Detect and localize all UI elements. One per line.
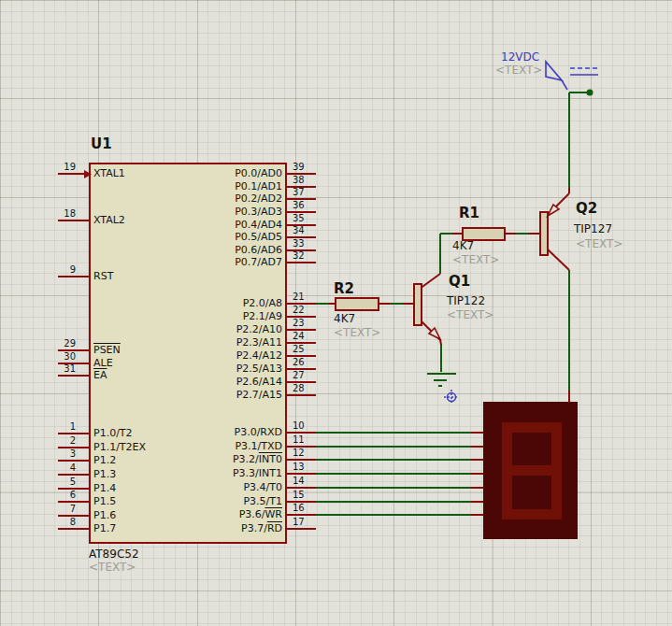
pin-29-number: 29: [64, 338, 76, 349]
pin-22-label: P2.1/A9: [243, 311, 282, 322]
pin-21-label: P2.0/A8: [243, 298, 282, 309]
pin-19-number: 19: [64, 162, 76, 172]
overline-text: RD: [267, 522, 282, 534]
pin-23-number: 23: [293, 318, 305, 328]
pin-9-label: RST: [93, 271, 113, 282]
pin-28[interactable]: [287, 394, 316, 396]
pin-24-number: 24: [293, 331, 305, 341]
q1-emitter-pin-elbow[interactable]: [440, 340, 441, 345]
pin-14[interactable]: [287, 487, 316, 489]
pin-12[interactable]: [287, 459, 316, 461]
q1-refdes: Q1: [449, 274, 470, 289]
pin-16[interactable]: [287, 514, 316, 516]
r2-value: 4K7: [334, 313, 355, 325]
pin-11-number: 11: [293, 434, 305, 445]
pin-9[interactable]: [58, 276, 89, 277]
pin-6[interactable]: [58, 501, 89, 503]
pin-30-number: 30: [64, 351, 76, 362]
pin-16-label: P3.6/WR: [239, 509, 282, 520]
q1-collector-pin[interactable]: [420, 274, 440, 289]
q2-value: TIP127: [574, 223, 612, 235]
pin-38-number: 38: [293, 175, 305, 185]
u1-placeholder: <TEXT>: [89, 562, 136, 574]
junction-dot[interactable]: [587, 90, 593, 96]
pin-25-number: 25: [293, 344, 305, 354]
pin-17[interactable]: [287, 528, 316, 530]
pin-2-label: P1.1/T2EX: [93, 442, 146, 453]
q2-emitter-pin-b[interactable]: [556, 193, 569, 206]
pin-36-label: P0.3/AD3: [235, 206, 282, 218]
pin-10[interactable]: [287, 432, 316, 434]
pin-16-number: 16: [293, 503, 305, 513]
pin-6-number: 6: [70, 490, 76, 500]
pin-19[interactable]: [58, 173, 89, 175]
r1-value: 4K7: [452, 240, 474, 252]
pin-32[interactable]: [287, 262, 316, 263]
pin-21-number: 21: [293, 292, 305, 302]
pin-31-label: EA: [93, 370, 107, 381]
overline-text: EA: [93, 369, 107, 381]
pin-5-label: P1.4: [93, 483, 116, 494]
pin-25-label: P2.4/A12: [236, 350, 282, 362]
q1-placeholder: <TEXT>: [447, 309, 493, 321]
pin-17-label: P3.7/RD: [241, 523, 282, 534]
pin-31-number: 31: [64, 363, 76, 374]
pin-15-label: P3.5/T1: [243, 496, 282, 507]
pin-32-number: 32: [293, 250, 305, 261]
pin-12-number: 12: [293, 448, 305, 458]
pin-18-number: 18: [64, 208, 76, 219]
overline-text: WR: [265, 508, 282, 520]
pin-11-label: P3.1/TXD: [235, 441, 282, 452]
r1-placeholder: <TEXT>: [452, 254, 499, 266]
dc-power-terminal-lead[interactable]: [562, 80, 567, 90]
q2-collector-pin[interactable]: [547, 249, 569, 270]
pin-2-number: 2: [70, 435, 76, 446]
r2-placeholder: <TEXT>: [334, 327, 380, 339]
pin-3[interactable]: [58, 460, 89, 462]
dc-power-terminal-icon[interactable]: [546, 62, 562, 80]
pin-12-label: P3.2/INT0: [233, 454, 282, 465]
pin-8-label: P1.7: [93, 523, 116, 534]
overline-text: PSEN: [93, 344, 121, 356]
overline-text: INT0: [259, 453, 282, 465]
pin-4-number: 4: [70, 462, 76, 473]
q2-refdes: Q2: [576, 201, 597, 216]
pin-7-label: P1.6: [93, 510, 116, 521]
pin-15-number: 15: [293, 490, 305, 500]
q1-value: TIP122: [447, 295, 485, 307]
r1-refdes: R1: [459, 206, 479, 221]
pin-37-label: P0.2/AD2: [235, 193, 282, 205]
pin-37-number: 37: [293, 187, 305, 197]
pin-27-number: 27: [293, 370, 305, 380]
pin-1-number: 1: [70, 421, 76, 432]
pin-19-label: XTAL1: [93, 168, 125, 179]
pin-34-number: 34: [293, 225, 305, 235]
power-net-label: 12VDC: [501, 51, 539, 64]
pin-10-label: P3.0/RXD: [235, 427, 282, 438]
pin-34-label: P0.5/AD5: [235, 232, 282, 243]
transistor-q2-base-bar[interactable]: [540, 212, 548, 255]
pin-18-label: XTAL2: [93, 215, 125, 226]
resistor-r2-body[interactable]: [336, 298, 379, 310]
pin-3-label: P1.2: [93, 455, 116, 466]
pin-38-label: P0.1/AD1: [235, 181, 282, 192]
pin-26-label: P2.5/A13: [236, 363, 282, 375]
pin-31[interactable]: [58, 375, 89, 377]
u1-refdes: U1: [91, 136, 112, 151]
pin-13[interactable]: [287, 473, 316, 475]
pin-30-label: ALE: [93, 358, 113, 369]
pin-13-label: P3.3/INT1: [233, 468, 282, 479]
pin-1[interactable]: [58, 433, 89, 434]
schematic-sheet[interactable]: U1 AT89C52 <TEXT> R2 4K7 <TEXT> R1 4K7 <…: [0, 0, 672, 626]
pin-39-number: 39: [293, 162, 305, 172]
transistor-q1-base-bar[interactable]: [414, 284, 422, 325]
pin-6-label: P1.5: [93, 496, 116, 507]
pin-8[interactable]: [58, 528, 89, 530]
pin-14-label: P3.4/T0: [243, 482, 282, 493]
pin-28-number: 28: [293, 383, 305, 393]
pin-35-label: P0.4/AD4: [235, 220, 282, 231]
pin-4-label: P1.3: [93, 469, 116, 480]
pin-4[interactable]: [58, 474, 89, 476]
pin-18[interactable]: [58, 220, 89, 221]
pin-7-number: 7: [70, 504, 76, 514]
